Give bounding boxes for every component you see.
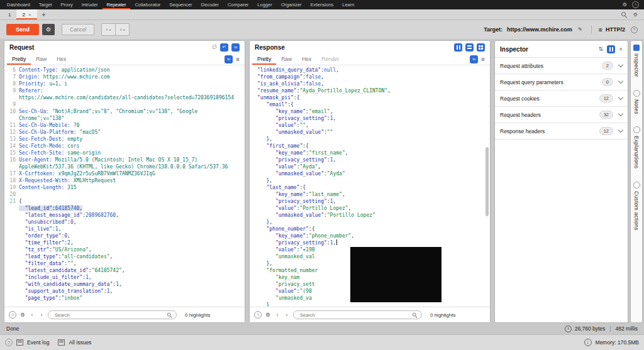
layout-columns-icon[interactable]	[454, 43, 462, 52]
cancel-button[interactable]: Cancel	[62, 24, 94, 35]
newline-icon[interactable]	[231, 43, 240, 52]
menu-icon[interactable]: ≡	[481, 56, 485, 63]
search-box	[48, 310, 177, 319]
line-number	[7, 226, 19, 232]
search-settings-icon[interactable]: ⚙	[265, 312, 271, 318]
request-panel: Request ∅ PrettyRawHex ≡ 6Content-Type: …	[4, 40, 245, 323]
inspector-section-request-cookies[interactable]: Request cookies12	[495, 90, 628, 107]
line-number: 8	[7, 80, 19, 87]
menu-item-extensions[interactable]: Extensions	[306, 0, 338, 9]
edit-target-icon[interactable]: ✎	[578, 26, 583, 33]
menu-item-learn[interactable]: Learn	[338, 0, 358, 9]
menu-item-decoder[interactable]: Decoder	[197, 0, 223, 9]
inspector-section-request-attributes[interactable]: Request attributes2	[495, 58, 628, 74]
main-menu: DashboardTargetProxyIntruderRepeaterColl…	[3, 0, 358, 9]
menu-item-sequencer[interactable]: Sequencer	[165, 0, 196, 9]
target-url: https://www.mchire.com	[507, 26, 572, 33]
line-number: 7	[7, 74, 19, 80]
tab-raw[interactable]: Raw	[31, 53, 52, 65]
line-number	[7, 260, 19, 267]
newline-icon[interactable]	[225, 55, 233, 63]
next-match-icon[interactable]: ›	[284, 312, 290, 318]
line-number	[7, 94, 19, 101]
line-number: 13	[7, 136, 19, 143]
inspector-header: Inspector ⇅ ×	[495, 41, 628, 58]
menu-item-dashboard[interactable]: Dashboard	[3, 0, 35, 9]
search-icon[interactable]	[621, 12, 627, 18]
code-line: 7Origin: https://www.mchire.com	[7, 74, 245, 80]
close-icon[interactable]: ×	[28, 12, 31, 18]
tab-raw[interactable]: Raw	[276, 53, 297, 65]
repeater-tab-1[interactable]: 1	[3, 9, 16, 19]
chevron-down-icon	[123, 30, 125, 32]
scrollbar-thumb[interactable]	[486, 147, 489, 216]
search-settings-icon[interactable]: ⚙	[19, 312, 26, 318]
status-text: Done	[6, 325, 19, 332]
close-icon[interactable]: ×	[619, 46, 623, 53]
chevron-down-icon	[618, 128, 623, 133]
menu-item-proxy[interactable]: Proxy	[57, 0, 77, 9]
search-input[interactable]	[299, 312, 411, 319]
prev-match-icon[interactable]: ‹	[29, 312, 35, 318]
settings-icon[interactable]: ⚙	[633, 12, 638, 18]
tab-hex[interactable]: Hex	[52, 53, 71, 65]
count-badge: 2	[602, 62, 613, 70]
side-tab-explanations[interactable]: Explanations	[633, 126, 640, 168]
http-version-icon: ≣	[598, 27, 602, 33]
tab-pretty[interactable]: Pretty	[252, 53, 276, 65]
send-settings-button[interactable]: ⚙	[42, 24, 55, 35]
back-button[interactable]: ‹	[102, 24, 115, 35]
search-box	[293, 310, 422, 319]
all-issues-button[interactable]: All issues	[69, 339, 91, 346]
code-line: 11Sec-Ch-Ua-Mobile: ?0	[7, 122, 245, 129]
code-line: 13Sec-Fetch-Dest: empty	[7, 136, 245, 143]
code-line: "unmask_pii":{	[257, 94, 490, 101]
prev-match-icon[interactable]: ‹	[274, 312, 280, 318]
send-button[interactable]: Send	[6, 24, 39, 35]
menu-item-collaborator[interactable]: Collaborator	[130, 0, 165, 9]
repeater-tab-2[interactable]: 2×	[16, 9, 36, 19]
layout-rows-icon[interactable]	[465, 43, 474, 52]
side-tab-inspector[interactable]: Inspector	[633, 45, 640, 77]
request-editor[interactable]: 6Content-Type: application/json7Origin: …	[4, 65, 245, 309]
event-log-button[interactable]: Event log	[27, 339, 49, 346]
help-icon[interactable]: ?	[632, 1, 639, 8]
next-match-icon[interactable]: ›	[38, 312, 45, 318]
settings-icon[interactable]: ⚙	[623, 2, 627, 8]
help-icon[interactable]: ?	[254, 311, 262, 319]
code-line: 6Content-Type: application/json	[7, 67, 245, 74]
code-line: "privacy_setting":1,	[257, 198, 490, 205]
tab-render[interactable]: Render	[316, 53, 344, 65]
menu-item-target[interactable]: Target	[35, 0, 57, 9]
forward-button[interactable]: ›	[116, 24, 129, 35]
help-icon[interactable]: ?	[9, 311, 16, 319]
tab-pretty[interactable]: Pretty	[7, 53, 31, 65]
menu-item-organizer[interactable]: Organizer	[277, 0, 306, 9]
menu-item-logger[interactable]: Logger	[253, 0, 276, 9]
code-line: "latest_message_id":2089682760,	[7, 212, 245, 219]
code-line: 9	[7, 101, 245, 108]
word-wrap-icon[interactable]	[220, 43, 228, 52]
menu-icon[interactable]: ≡	[236, 56, 240, 63]
newline-icon[interactable]	[470, 55, 478, 63]
tab-hex[interactable]: Hex	[297, 53, 316, 65]
layout-grid-icon[interactable]	[477, 43, 485, 52]
menu-item-intruder[interactable]: Intruder	[77, 0, 103, 9]
repeater-tab-bar: 12× + ⚙	[0, 9, 644, 20]
layout-columns-icon[interactable]	[607, 45, 615, 53]
help-icon[interactable]: ?	[5, 339, 13, 346]
inspector-section-request-query-parameters[interactable]: Request query parameters0	[495, 74, 628, 90]
expand-collapse-icon[interactable]: ⇅	[599, 46, 604, 52]
line-number	[7, 288, 19, 295]
search-input[interactable]	[53, 312, 166, 319]
menu-item-comparer[interactable]: Comparer	[223, 0, 253, 9]
help-icon[interactable]: ?	[631, 26, 638, 33]
side-tab-custom-actions[interactable]: Custom actions	[633, 182, 640, 231]
line-number	[7, 219, 19, 226]
inspector-section-response-headers[interactable]: Response headers12	[495, 123, 628, 139]
menu-item-repeater[interactable]: Repeater	[103, 0, 131, 9]
non-printing-chars-icon[interactable]: ∅	[212, 44, 217, 50]
side-tab-notes[interactable]: Notes	[633, 90, 640, 114]
new-tab-button[interactable]: +	[37, 9, 51, 19]
inspector-section-request-headers[interactable]: Request headers32	[495, 107, 628, 123]
